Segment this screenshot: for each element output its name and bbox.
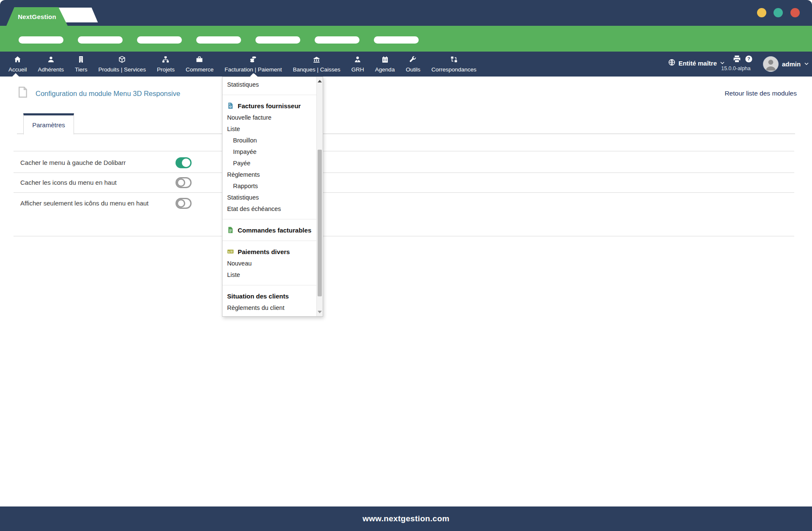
menu-subitem-rapports[interactable]: Rapports [222,181,316,192]
menu-divider [222,285,316,285]
menu-section-label: Paiements divers [238,248,290,255]
nav-item-label: Tiers [75,66,88,73]
menu-section-commandes-facturables[interactable]: Commandes facturables [222,224,316,236]
tab-divider [17,134,795,134]
scroll-down-button[interactable] [317,309,323,315]
user-icon [47,56,55,65]
nav-item-outils[interactable]: Outils [400,52,426,77]
avatar [763,56,779,72]
quick-bar-pill [374,36,419,44]
nav-item-label: Adhérents [38,66,64,73]
tab-parametres[interactable]: Paramètres [23,113,74,134]
footer-url[interactable]: www.nextgestion.com [362,514,450,523]
nav-item-agenda[interactable]: Agenda [370,52,401,77]
facturation-dropdown-menu: Statistiques$Factures fournisseurNouvell… [222,77,323,317]
username-label: admin [782,60,801,68]
setting-label: Cacher le menu à gauche de Dolibarr [20,159,126,166]
nav-item-commerce[interactable]: Commerce [180,52,219,77]
table-line [14,151,794,151]
sitemap-icon [162,56,169,65]
briefcase-icon [196,56,203,65]
nav-item-label: Banques | Caisses [293,66,340,73]
menu-item-nouvelle-facture[interactable]: Nouvelle facture [222,112,316,123]
quick-bar-pill [137,36,182,44]
menu-item-r-glements[interactable]: Règlements [222,169,316,181]
menu-item-liste[interactable]: Liste [222,123,316,135]
svg-text:?: ? [747,56,750,61]
menu-divider [222,241,316,241]
dropdown-caret [250,74,258,77]
toggle-afficher-seulement-les-ic-ns-du-menu-en-haut[interactable] [176,198,192,209]
footer: www.nextgestion.com [0,506,812,531]
menu-item-statistiques[interactable]: Statistiques [222,192,316,203]
entity-label: Entité maître [678,60,717,67]
user-menu[interactable]: admin [763,56,809,72]
print-button[interactable] [733,55,741,65]
nav-item-produits-services[interactable]: Produits | Services [93,52,151,77]
menu-divider [222,95,316,95]
nav-item-adh-rents[interactable]: Adhérents [33,52,70,77]
nav-item-banques-caisses[interactable]: Banques | Caisses [288,52,346,77]
quick-bar-pill [19,36,63,44]
globe-icon [668,59,675,67]
bank-icon [313,56,320,65]
table-line [14,192,794,193]
user-tie-icon [354,56,361,65]
back-to-modules-link[interactable]: Retour liste des modules [724,90,797,97]
active-tab-caret [12,73,19,77]
toggle-cacher-les-icons-du-menu-en-haut[interactable] [176,177,192,188]
menu-section-paiements-divers[interactable]: sPaiements divers [222,245,316,258]
nav-item-label: Agenda [375,66,395,73]
nav-item-tiers[interactable]: Tiers [69,52,93,77]
app-window: NextGestion AccueilAdhérentsTiersProduit… [0,0,812,531]
dropdown-scrollbar[interactable] [316,77,323,316]
file-invoice-dollar-icon: $ [227,102,234,109]
nav-item-label: Accueil [8,66,27,73]
window-titlebar: NextGestion [0,0,812,26]
menu-subitem-impay-e[interactable]: Impayée [222,146,316,158]
menu-section-label: Factures fournisseur [238,102,301,109]
nav-item-label: Commerce [186,66,214,73]
table-line [14,172,794,173]
window-maximize-button[interactable] [774,8,783,17]
nav-item-label: Projets [157,66,175,73]
setting-label: Afficher seulement les icôns du menu en … [20,200,148,207]
window-minimize-button[interactable] [757,8,766,17]
setting-label: Cacher les icons du menu en haut [20,179,117,186]
menu-divider [222,219,316,219]
menu-item-liste[interactable]: Liste [222,269,316,281]
window-close-button[interactable] [790,8,800,17]
wrench-icon [409,56,417,65]
menu-item-statistiques[interactable]: Statistiques [222,79,316,90]
nav-item-label: Facturation | Paiement [225,66,282,73]
main-navbar: AccueilAdhérentsTiersProduits | Services… [0,52,812,77]
nav-item-label: Produits | Services [99,66,146,73]
menu-subitem-pay-e[interactable]: Payée [222,158,316,169]
coins-icon [250,56,257,65]
menu-item-etat-des-ch-ances[interactable]: Etat des échéances [222,203,316,215]
menu-item-nouveau[interactable]: Nouveau [222,258,316,269]
entity-selector[interactable]: Entité maître [668,59,725,67]
nav-item-projets[interactable]: Projets [151,52,180,77]
brand-logo[interactable]: NextGestion [6,7,68,26]
menu-section-factures-fournisseur[interactable]: $Factures fournisseur [222,99,316,112]
quick-bar-pill [255,36,300,44]
quick-bar-pill [315,36,359,44]
svg-text:s: s [228,250,230,253]
scroll-up-button[interactable] [317,78,323,85]
menu-subitem-brouillon[interactable]: Brouillon [222,135,316,146]
menu-section-label: Commandes facturables [238,227,311,234]
money-check-icon: s [227,248,234,255]
quick-bar-pill [78,36,123,44]
scrollbar-thumb[interactable] [318,150,322,296]
toggle-cacher-le-menu-gauche-de-dolibarr[interactable] [176,157,192,168]
page-title: Configuration du module Menu 3D Responsi… [36,90,180,98]
home-icon [14,56,21,65]
menu-section-situation-des-clients[interactable]: Situation des clients [222,290,316,302]
exchange-icon [450,56,458,65]
nav-item-grh[interactable]: GRH [346,52,370,77]
building-icon [77,56,85,65]
nav-item-correspondances[interactable]: Correspondances [426,52,482,77]
help-button[interactable]: ? [745,55,753,65]
menu-item-r-glements-du-client[interactable]: Règlements du client [222,302,316,314]
